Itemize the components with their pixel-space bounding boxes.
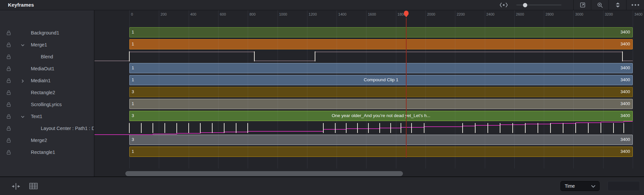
track-name[interactable]: MediaOut1 xyxy=(31,66,54,71)
keyframe-tick[interactable] xyxy=(588,123,589,133)
keyframe-tick[interactable] xyxy=(601,123,601,133)
keyframe-tick[interactable] xyxy=(315,51,315,61)
mode-dropdown[interactable]: Time xyxy=(560,181,600,191)
zoom-slider[interactable] xyxy=(515,0,563,10)
track-row[interactable]: Layout Center : Path1 : Dis xyxy=(0,123,94,135)
unlock-icon[interactable] xyxy=(6,66,12,73)
keyframe-tick[interactable] xyxy=(575,123,576,133)
track-row[interactable]: Rectangle1 xyxy=(0,147,94,159)
keyframe-tick[interactable] xyxy=(613,123,614,133)
keyframe-tick[interactable] xyxy=(368,123,369,133)
unlock-icon[interactable] xyxy=(6,138,12,145)
spreadsheet-icon[interactable] xyxy=(29,183,38,191)
keyframe-tick[interactable] xyxy=(390,123,391,133)
keyframe-tick[interactable] xyxy=(379,123,380,133)
keyframe-tick[interactable] xyxy=(212,123,213,133)
value-field[interactable] xyxy=(608,181,640,191)
unlock-icon[interactable] xyxy=(6,42,12,49)
track-bar[interactable]: 33400 xyxy=(129,87,633,97)
keyframe-tick[interactable] xyxy=(424,123,424,133)
keyframe-tick[interactable] xyxy=(153,123,153,133)
keyframe-tick[interactable] xyxy=(462,123,463,133)
keyframe-tick[interactable] xyxy=(323,123,324,133)
track-row[interactable]: Merge1 xyxy=(0,39,94,51)
track-name[interactable]: Merge1 xyxy=(31,42,47,47)
track-row[interactable]: MediaIn1 xyxy=(0,75,94,87)
options-menu-button[interactable] xyxy=(626,0,644,10)
track-bar[interactable]: 13400 xyxy=(129,99,633,109)
keyframe-tick[interactable] xyxy=(200,123,201,133)
track-row[interactable]: MediaOut1 xyxy=(0,63,94,75)
keyframe-tick[interactable] xyxy=(500,123,500,133)
track-name[interactable]: Merge2 xyxy=(31,138,47,143)
unlock-icon[interactable] xyxy=(6,90,12,97)
track-bar[interactable]: 3One year older_And you’re not dead yet_… xyxy=(129,111,633,121)
track-bar[interactable]: 13400 xyxy=(129,147,633,157)
track-name[interactable]: MediaIn1 xyxy=(31,78,51,83)
track-bar[interactable]: 33400 xyxy=(129,135,633,145)
chevron-down-icon[interactable] xyxy=(21,43,25,49)
unlock-icon[interactable] xyxy=(6,30,12,37)
keyframe-tick[interactable] xyxy=(623,123,624,133)
keyframe-tick[interactable] xyxy=(254,51,255,61)
unlock-icon[interactable] xyxy=(6,54,12,61)
track-name[interactable]: Rectangle1 xyxy=(31,150,55,155)
keyframe-tick[interactable] xyxy=(176,123,177,133)
horizontal-scrollbar-thumb[interactable] xyxy=(125,171,403,176)
track-name[interactable]: Layout Center : Path1 : Dis xyxy=(41,126,95,131)
track-name[interactable]: Rectangle2 xyxy=(31,90,55,95)
keyframe-tick[interactable] xyxy=(525,123,526,133)
track-bar[interactable]: 1Compound Clip 13400 xyxy=(129,75,633,85)
playhead-pin[interactable] xyxy=(403,10,409,19)
track-row[interactable]: Background1 xyxy=(0,27,94,39)
keyframe-tick[interactable] xyxy=(164,123,165,133)
keyframe-tick[interactable] xyxy=(236,123,236,133)
popout-button[interactable] xyxy=(573,0,591,10)
zoom-slider-knob[interactable] xyxy=(523,3,527,7)
unlock-icon[interactable] xyxy=(6,78,12,85)
track-row[interactable]: Rectangle2 xyxy=(0,87,94,99)
track-bar[interactable]: 13400 xyxy=(129,39,633,49)
keyframe-tick[interactable] xyxy=(487,123,488,133)
keyframe-tick[interactable] xyxy=(247,123,248,133)
ruler-tick-label: 2800 xyxy=(546,12,553,16)
keyframe-tick[interactable] xyxy=(475,123,476,133)
chevron-right-icon[interactable] xyxy=(21,79,25,85)
keyframe-tick[interactable] xyxy=(346,123,347,133)
track-bar[interactable]: 13400 xyxy=(129,63,633,73)
track-bar[interactable]: 13400 xyxy=(129,27,633,37)
bar-center-text: One year older_And you’re not dead yet_L… xyxy=(130,113,632,118)
zoom-in-button[interactable] xyxy=(591,0,609,10)
keyframe-tick[interactable] xyxy=(129,123,130,133)
unlock-icon[interactable] xyxy=(6,150,12,157)
track-row[interactable]: Merge2 xyxy=(0,135,94,147)
chevron-down-icon[interactable] xyxy=(21,114,25,120)
keyframe-tick[interactable] xyxy=(401,123,401,133)
unlock-icon[interactable] xyxy=(6,126,12,133)
track-row[interactable]: Text1 xyxy=(0,111,94,123)
spline-handles-icon[interactable] xyxy=(498,0,509,10)
fit-vertical-button[interactable] xyxy=(609,0,626,10)
keyframe-tick[interactable] xyxy=(141,123,142,133)
keyframe-tick[interactable] xyxy=(563,123,563,133)
keyframe-tick[interactable] xyxy=(357,123,358,133)
keyframe-tick[interactable] xyxy=(224,123,225,133)
unlock-icon[interactable] xyxy=(6,102,12,109)
track-name[interactable]: Background1 xyxy=(31,30,59,35)
keyframe-tick[interactable] xyxy=(512,123,513,133)
track-row[interactable]: ScrollingLyrics xyxy=(0,99,94,111)
split-view-icon[interactable] xyxy=(11,183,21,191)
track-row[interactable]: Blend xyxy=(0,51,94,63)
keyframe-tick[interactable] xyxy=(335,123,336,133)
unlock-icon[interactable] xyxy=(6,114,12,121)
timeline-graph[interactable]: 0200400600800100012001400160018002000220… xyxy=(95,10,644,195)
track-name[interactable]: Text1 xyxy=(31,114,42,119)
keyframe-tick[interactable] xyxy=(538,123,538,133)
keyframe-tick[interactable] xyxy=(411,123,412,133)
track-name[interactable]: Blend xyxy=(41,54,53,59)
keyframe-tick[interactable] xyxy=(129,51,130,61)
keyframe-tick[interactable] xyxy=(188,123,189,133)
keyframe-tick[interactable] xyxy=(622,51,623,61)
keyframe-tick[interactable] xyxy=(550,123,551,133)
track-name[interactable]: ScrollingLyrics xyxy=(31,102,62,107)
